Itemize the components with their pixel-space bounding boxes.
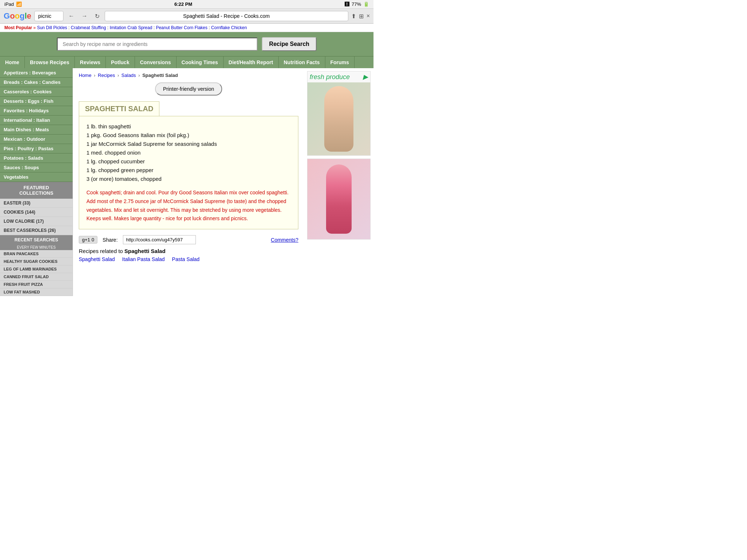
bluetooth-icon: 🅱 — [345, 1, 349, 7]
search-input[interactable] — [57, 38, 258, 51]
sidebar-item-main-dishes[interactable]: Main Dishes : Meats — [0, 125, 73, 135]
recent-bran-pancakes[interactable]: BRAN PANCAKES — [0, 250, 73, 258]
ad-image-2 — [307, 159, 370, 239]
ingredient-1: 1 lb. thin spaghetti — [86, 122, 291, 131]
popular-link-3[interactable]: Imitation Crab Spread — [110, 25, 152, 30]
popular-link-1[interactable]: Sun Dill Pickles — [37, 25, 67, 30]
nav-bar: Home Browse Recipes Reviews Potluck Conv… — [0, 56, 374, 68]
sidebar-item-breads[interactable]: Breads : Cakes : Candies — [0, 78, 73, 87]
related-links: Spaghetti Salad Italian Pasta Salad Past… — [79, 256, 298, 262]
tabs-button[interactable]: ⊞ — [359, 13, 364, 20]
sidebar-item-vegetables[interactable]: Vegetables — [0, 172, 73, 182]
recent-low-fat[interactable]: LOW FAT MASHED — [0, 288, 73, 296]
ad-text: fresh produce — [310, 73, 350, 81]
ipad-label: iPad — [4, 1, 14, 7]
related-title: Recipes related to Spaghetti Salad — [79, 248, 298, 254]
sidebar-item-favorites[interactable]: Favorites : Holidays — [0, 106, 73, 116]
ad-box-2 — [307, 159, 371, 240]
breadcrumb-current: Spaghetti Salad — [142, 73, 178, 78]
recipe-instructions: Cook spaghetti; drain and cool. Pour dry… — [86, 188, 291, 223]
ad-image-1 — [307, 82, 370, 155]
browser-chrome: Google ← → ↻ Spaghetti Salad - Recipe - … — [0, 9, 374, 24]
most-popular-bar: Most Popular » Sun Dill Pickles : Crabme… — [0, 24, 374, 32]
related-link-2[interactable]: Italian Pasta Salad — [122, 256, 165, 262]
ingredient-5: 1 lg. chopped cucumber — [86, 157, 291, 166]
sidebar-item-potatoes[interactable]: Potatoes : Salads — [0, 153, 73, 163]
recent-searches-header: RECENT SEARCHES — [0, 235, 73, 245]
reload-button[interactable]: ↻ — [93, 12, 102, 20]
popular-link-5[interactable]: Cornflake Chicken — [211, 25, 247, 30]
status-bar: iPad 📶 6:22 PM 🅱 77% 🔋 — [0, 0, 374, 9]
sidebar-categories: Appetizers : Beverages Breads : Cakes : … — [0, 68, 73, 182]
related-link-1[interactable]: Spaghetti Salad — [79, 256, 115, 262]
sidebar-item-appetizers[interactable]: Appetizers : Beverages — [0, 68, 73, 78]
content-area: Home › Recipes › Salads › Spaghetti Sala… — [73, 68, 304, 296]
breadcrumb: Home › Recipes › Salads › Spaghetti Sala… — [79, 73, 298, 78]
nav-forums[interactable]: Forums — [325, 57, 355, 68]
ad-figure-2 — [326, 164, 352, 234]
sidebar-item-international[interactable]: International : Italian — [0, 116, 73, 125]
battery-icon: 🔋 — [363, 1, 369, 7]
recent-sugar-cookies[interactable]: HEALTHY SUGAR COOKIES — [0, 258, 73, 265]
share-button[interactable]: ⬆ — [351, 13, 356, 20]
sidebar-item-casseroles[interactable]: Casseroles : Cookies — [0, 87, 73, 97]
nav-browse[interactable]: Browse Recipes — [25, 57, 75, 68]
nav-potluck[interactable]: Potluck — [106, 57, 135, 68]
ingredient-3: 1 jar McCormick Salad Supreme for season… — [86, 140, 291, 148]
featured-low-calorie[interactable]: LOW CALORIE (17) — [0, 217, 73, 226]
related-bold: Spaghetti Salad — [124, 248, 166, 254]
ingredient-6: 1 lg. chopped green pepper — [86, 166, 291, 175]
recipe-ingredients: 1 lb. thin spaghetti 1 pkg. Good Seasons… — [86, 122, 291, 183]
ingredient-2: 1 pkg. Good Seasons Italian mix (foil pk… — [86, 131, 291, 140]
featured-easter[interactable]: EASTER (33) — [0, 199, 73, 208]
nav-conversions[interactable]: Conversions — [135, 57, 177, 68]
browser-url-bar[interactable] — [34, 11, 63, 21]
sidebar-item-desserts[interactable]: Desserts : Eggs : Fish — [0, 97, 73, 106]
ad-figure-1 — [324, 86, 353, 152]
most-popular-arrow: » — [33, 25, 36, 30]
clock: 6:22 PM — [174, 1, 192, 7]
popular-link-4[interactable]: Peanut Butter Corn Flakes — [156, 25, 207, 30]
share-url-input[interactable] — [123, 235, 196, 244]
ad-arrow-icon[interactable]: ▶ — [363, 73, 368, 81]
most-popular-label: Most Popular — [4, 25, 32, 30]
featured-header: FEATUREDCOLLECTIONS — [0, 182, 73, 199]
printer-button[interactable]: Printer-friendly version — [155, 82, 222, 96]
ingredient-4: 1 med. chopped onion — [86, 148, 291, 157]
ad-sidebar: fresh produce ▶ — [304, 68, 374, 296]
breadcrumb-sep-2: › — [117, 73, 119, 78]
recent-fresh-fruit[interactable]: FRESH FRUIT PIZZA — [0, 281, 73, 288]
featured-casseroles[interactable]: BEST CASSEROLES (26) — [0, 226, 73, 235]
ad-box-1: fresh produce ▶ — [307, 71, 371, 156]
recent-lamb[interactable]: LEG OF LAMB MARINADES — [0, 265, 73, 273]
sidebar-item-sauces[interactable]: Sauces : Soups — [0, 163, 73, 172]
nav-reviews[interactable]: Reviews — [75, 57, 106, 68]
nav-home[interactable]: Home — [0, 57, 25, 68]
comments-link[interactable]: Comments? — [271, 237, 298, 243]
sidebar: Appetizers : Beverages Breads : Cakes : … — [0, 68, 73, 296]
nav-cooking-times[interactable]: Cooking Times — [177, 57, 224, 68]
sidebar-item-mexican[interactable]: Mexican : Outdoor — [0, 135, 73, 144]
recipe-card: SPAGHETTI SALAD 1 lb. thin spaghetti 1 p… — [79, 101, 298, 229]
back-button[interactable]: ← — [66, 12, 77, 20]
related-link-3[interactable]: Pasta Salad — [172, 256, 200, 262]
featured-cookies[interactable]: COOKIES (144) — [0, 208, 73, 217]
forward-button[interactable]: → — [80, 12, 90, 20]
breadcrumb-recipes[interactable]: Recipes — [98, 73, 115, 78]
main-layout: Appetizers : Beverages Breads : Cakes : … — [0, 68, 374, 296]
breadcrumb-home[interactable]: Home — [79, 73, 92, 78]
close-button[interactable]: × — [367, 13, 370, 19]
nav-diet[interactable]: Diet/Health Report — [224, 57, 279, 68]
gplus-button[interactable]: g+1 0 — [79, 236, 97, 244]
printer-btn-wrap: Printer-friendly version — [79, 82, 298, 96]
sidebar-item-pies[interactable]: Pies : Poultry : Pastas — [0, 144, 73, 153]
popular-link-2[interactable]: Crabmeat Stuffing — [71, 25, 106, 30]
recent-canned-fruit[interactable]: CANNED FRUIT SALAD — [0, 273, 73, 281]
share-label: Share: — [102, 237, 117, 243]
search-button[interactable]: Recipe Search — [262, 37, 317, 51]
ingredient-7: 3 (or more) tomatoes, chopped — [86, 175, 291, 183]
recipe-title: SPAGHETTI SALAD — [79, 101, 159, 116]
nav-nutrition[interactable]: Nutrition Facts — [279, 57, 325, 68]
breadcrumb-salads[interactable]: Salads — [121, 73, 136, 78]
gplus-count: 0 — [92, 237, 94, 242]
